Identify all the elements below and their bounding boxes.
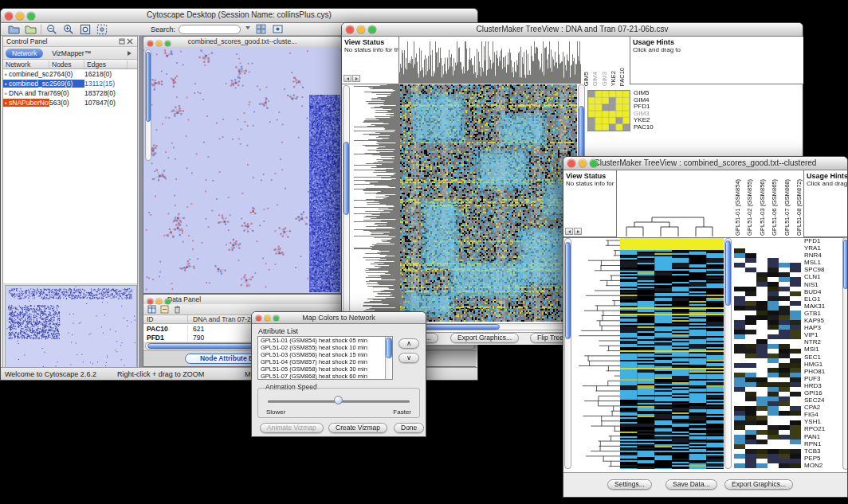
network-row[interactable]: sNAPuberNov2563(0)107847(0) [3, 98, 137, 107]
cytoscape-titlebar[interactable]: Cytoscape Desktop (Session Name: collins… [1, 9, 477, 23]
import-network-icon[interactable] [24, 24, 37, 35]
gene-label[interactable]: PUF3 [804, 375, 842, 382]
gene-label[interactable]: RNR4 [804, 252, 842, 259]
gene-label[interactable]: PAC10 [634, 124, 654, 131]
settings-button[interactable]: Settings... [607, 479, 652, 490]
gene-label[interactable]: NIS1 [804, 281, 842, 288]
minimize-icon[interactable] [265, 315, 270, 321]
move-up-button[interactable]: ∧ [398, 338, 419, 349]
close-icon[interactable] [567, 159, 575, 167]
gene-label[interactable]: VIP1 [804, 331, 842, 338]
zoom-in-icon[interactable] [62, 24, 75, 35]
gene-label[interactable]: MSL1 [804, 259, 842, 266]
network-row[interactable]: combined_sco2569(6)13112(15) [3, 79, 137, 88]
zoom-window-icon[interactable] [368, 25, 376, 33]
gene-label[interactable]: RPN1 [804, 440, 842, 447]
zoom-window-icon[interactable] [27, 12, 35, 20]
minimize-icon[interactable] [156, 299, 162, 304]
minimize-icon[interactable] [579, 159, 587, 167]
treeview1-titlebar[interactable]: ClusterMaker TreeView : DNA and Tran 07-… [342, 23, 803, 37]
gene-list-vscrollbar[interactable] [842, 237, 848, 470]
control-panel-tab[interactable]: VizMapper™ [45, 49, 97, 58]
gene-label[interactable]: NTR2 [804, 338, 842, 346]
grid-icon[interactable] [254, 24, 267, 35]
gene-list-vscroll-thumb[interactable] [843, 240, 848, 289]
gene-label[interactable]: SEC24 [804, 397, 842, 404]
animation-speed-slider[interactable] [334, 396, 343, 404]
overview-icon[interactable] [271, 24, 284, 35]
gene-label[interactable]: PAN1 [804, 433, 842, 440]
attribute-list-item[interactable]: GPL51-04 (GSM857) heat shock 20 min [259, 358, 384, 365]
delete-attribute-icon[interactable] [172, 305, 182, 315]
column-dendrogram-canvas[interactable] [399, 37, 581, 84]
attribute-list-item[interactable]: GPL51-07 (GSM868) heat shock 60 min [259, 373, 384, 380]
network-row[interactable]: combined_scores2764(0)16218(0) [3, 69, 137, 79]
gene-label[interactable]: HMG1 [804, 361, 842, 368]
network-canvas[interactable] [144, 47, 340, 292]
treeview2-titlebar[interactable]: ClusterMaker TreeView : combined_scores_… [563, 157, 847, 170]
attribute-list-item[interactable]: GPL51-02 (GSM855) heat shock 10 min [259, 344, 384, 351]
control-panel-tab[interactable]: Network [6, 49, 43, 58]
heatmap-vscroll-thumb[interactable] [725, 240, 731, 306]
network-vscroll-thumb[interactable] [146, 52, 151, 122]
attribute-list-item[interactable]: GPL51-01 (GSM854) heat shock 05 min [259, 337, 384, 344]
search-input[interactable] [183, 25, 236, 33]
gene-label[interactable]: PFD1 [804, 237, 842, 244]
column-label[interactable]: PAC10 [618, 68, 626, 86]
column-header-nodes[interactable]: Nodes [49, 61, 84, 68]
gene-label[interactable]: GTB1 [804, 310, 842, 317]
float-panel-icon[interactable] [118, 37, 126, 45]
gene-label[interactable]: BUD4 [804, 288, 842, 295]
gene-label[interactable]: FIG4 [804, 411, 842, 418]
tabs-overflow-icon[interactable] [128, 51, 134, 56]
row-dendrogram-canvas[interactable] [351, 84, 400, 322]
map-colors-titlebar[interactable]: Map Colors to Network [252, 312, 426, 324]
dendrogram-vscrollbar[interactable] [564, 238, 571, 469]
attribute-listbox[interactable]: GPL51-01 (GSM854) heat shock 05 minGPL51… [257, 336, 393, 380]
data-column-id[interactable]: ID [143, 315, 188, 323]
zoom-heatmap-canvas[interactable] [734, 239, 801, 468]
zoom-out-icon[interactable] [45, 24, 58, 35]
column-label[interactable]: GIM5 [583, 72, 590, 86]
done-button[interactable]: Done [394, 423, 424, 433]
zoom-window-icon[interactable] [590, 159, 598, 167]
gene-label[interactable]: MON2 [804, 462, 842, 469]
column-label[interactable]: GPL51-01 (GSM854) [734, 179, 741, 236]
scroll-right-icon[interactable] [352, 75, 360, 82]
gene-label[interactable]: PHO81 [804, 368, 842, 375]
open-session-icon[interactable] [7, 24, 20, 35]
gene-label[interactable]: MAK31 [804, 303, 842, 310]
row-dendrogram-canvas[interactable] [572, 238, 620, 469]
gene-label[interactable]: GPI16 [804, 389, 842, 397]
gene-label[interactable]: HRD3 [804, 382, 842, 389]
gene-label[interactable]: HAP3 [804, 324, 842, 331]
dendrogram-vscroll-thumb[interactable] [344, 142, 349, 215]
move-down-button[interactable]: ∨ [398, 353, 419, 363]
minimize-icon[interactable] [16, 12, 24, 20]
dendrogram-vscrollbar[interactable] [343, 85, 350, 321]
minimize-icon[interactable] [357, 25, 365, 33]
close-panel-icon[interactable] [126, 37, 134, 45]
gene-label[interactable]: KAP95 [804, 317, 842, 324]
scroll-left-icon[interactable] [344, 75, 351, 82]
gene-label[interactable]: CLN1 [804, 273, 842, 280]
save-data-button[interactable]: Save Data... [665, 479, 717, 490]
column-label[interactable]: GPL51-03 (GSM856) [759, 179, 766, 236]
gene-label[interactable]: YRA1 [804, 244, 842, 252]
zoom-heatmap-canvas[interactable] [587, 90, 630, 131]
heatmap-canvas[interactable] [400, 84, 577, 322]
export-graphics-button[interactable]: Export Graphics... [450, 333, 519, 343]
attribute-list-vscroll-thumb[interactable] [386, 338, 392, 358]
column-label[interactable]: GIM3 [601, 72, 608, 86]
attribute-function-icon[interactable] [159, 305, 169, 315]
gene-label[interactable]: CPA2 [804, 404, 842, 411]
column-dendrogram-canvas[interactable] [618, 173, 721, 236]
close-icon[interactable] [147, 41, 153, 46]
search-options-chevron-icon[interactable] [245, 26, 250, 32]
zoom-window-icon[interactable] [273, 315, 279, 321]
zoom-fit-icon[interactable] [79, 24, 92, 35]
export-graphics-button[interactable]: Export Graphics... [724, 479, 793, 490]
zoom-window-icon[interactable] [165, 41, 171, 46]
column-header-edges[interactable]: Edges [84, 61, 128, 68]
gene-label[interactable]: PEP5 [804, 455, 842, 462]
